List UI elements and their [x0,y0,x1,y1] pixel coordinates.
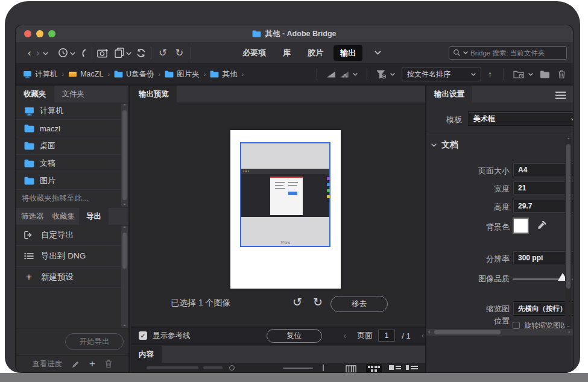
export-item-new-preset[interactable]: + 新建预设 [16,267,121,288]
document-section-header[interactable]: 文档 [431,140,458,151]
breadcrumb-other[interactable]: 其他 [210,69,237,80]
height-input[interactable]: 29.7 [513,199,573,213]
remove-button[interactable]: 移去 [330,296,388,312]
h-scrollbar-thumb[interactable] [434,330,501,334]
breadcrumb-computer[interactable]: 计算机 [23,69,58,80]
scroll-up-icon[interactable]: ⌃ [121,226,128,232]
scrollbar-thumb[interactable] [566,144,571,289]
recent-folder-icon[interactable] [513,70,524,78]
scrollbar-thumb[interactable] [122,233,127,269]
new-folder-icon[interactable] [540,70,550,78]
thumbnail-size-slider-knob[interactable] [229,365,235,371]
view-thumbnails-button[interactable] [366,364,382,372]
recent-folder-chevron-icon[interactable] [528,73,533,76]
view-list-button[interactable] [406,365,418,371]
page-number-input[interactable] [378,330,395,342]
scroll-left-icon[interactable]: ‹ [428,328,430,335]
sort-dropdown[interactable]: 按文件名排序 [402,67,481,81]
favorites-scrollbar[interactable]: ⌃ ⌄ [121,104,128,207]
search-box[interactable] [449,46,567,60]
reset-button[interactable]: 复位 [267,329,322,343]
sort-direction-icon[interactable]: ↑ [485,70,495,78]
scroll-right-icon[interactable]: › [568,328,570,335]
panel-menu-icon[interactable] [555,92,566,99]
rotate-thumbs-checkbox[interactable] [513,322,520,329]
tab-export[interactable]: 导出 [79,208,109,225]
workspace-chevron-icon[interactable] [375,51,381,55]
rotate-right-icon[interactable]: ↻ [313,295,323,309]
show-guides-checkbox[interactable]: ✓ [139,331,147,340]
add-preset-icon[interactable]: + [89,358,95,370]
favorite-item-maczl[interactable]: maczl [16,120,121,137]
breadcrumb-usb-backup[interactable]: U盘备份 [114,69,154,80]
thumbnail-quality-icon[interactable] [326,71,335,78]
export-scrollbar[interactable]: ⌃ ⌄ [121,226,128,328]
view-details-button[interactable] [389,365,401,371]
eyedropper-icon[interactable] [537,221,546,230]
resolution-input[interactable]: 300 ppi [513,251,573,265]
filter-chevron-icon[interactable] [390,73,395,76]
boomerang-icon[interactable] [80,48,87,58]
back-icon[interactable]: ‹ [25,48,34,58]
search-icon[interactable] [453,49,461,57]
bg-color-swatch[interactable] [513,218,529,234]
tab-content[interactable]: 内容 [131,346,162,363]
tab-collections[interactable]: 收藏集 [48,208,80,225]
tab-output-settings[interactable]: 输出设置 [426,86,472,102]
template-dropdown[interactable]: 美术框 [468,111,573,126]
preview-page[interactable]: 10.jpg [230,130,341,289]
workspace-tab-output[interactable]: 输出 [334,45,362,61]
nav-menu-chevron-icon[interactable] [43,52,48,55]
workspace-tab-filmstrip[interactable]: 胶片 [301,45,330,61]
favorite-item-documents[interactable]: 文稿 [16,155,121,172]
scroll-down-icon[interactable]: ⌄ [121,322,128,328]
camera-import-icon[interactable] [97,48,109,58]
favorite-item-desktop[interactable]: 桌面 [16,137,121,155]
breadcrumb-maczl[interactable]: MacZL [68,70,103,78]
scroll-up-icon[interactable]: ⌃ [121,104,128,110]
export-item-custom[interactable]: 自定导出 [16,225,121,246]
rotate-left-icon[interactable]: ↺ [292,295,302,309]
quality-chevron-icon[interactable] [353,73,358,76]
preview-image-cell[interactable]: 10.jpg [240,142,330,247]
rotate-ccw-icon[interactable]: ↺ [156,48,169,58]
export-item-dng[interactable]: 导出到 DNG [16,246,121,267]
output-scrollbar[interactable]: ⌃ ⌄ [565,137,572,329]
delete-icon[interactable] [558,70,566,79]
scroll-down-icon[interactable]: ⌄ [121,201,128,207]
prev-page-icon[interactable]: ‹ [344,331,347,340]
forward-icon[interactable]: › [34,48,42,58]
scroll-up-icon[interactable]: ⌃ [565,137,572,143]
duplicate-chevron-icon[interactable] [126,52,131,55]
duplicate-pages-icon[interactable] [115,48,124,58]
titlebar[interactable]: 其他 - Adobe Bridge [16,25,573,42]
search-scope-chevron-icon[interactable] [463,51,468,54]
rotate-thumbs-row[interactable]: 旋转缩览图以 [513,322,567,329]
tab-filter[interactable]: 筛选器 [16,208,48,225]
panel-collapse-icon[interactable]: ‹ [422,331,424,340]
tab-favorites[interactable]: 收藏夹 [16,86,54,102]
output-h-scrollbar[interactable]: ‹ › [426,329,573,336]
favorite-item-computer[interactable]: 计算机 [16,102,121,120]
scrollbar-thumb[interactable] [122,110,127,200]
rotate-cw-icon[interactable]: ↻ [173,48,186,58]
page-size-dropdown[interactable]: A4 [513,163,573,177]
favorite-item-pictures[interactable]: 图片 [16,172,121,190]
thumb-position-dropdown[interactable]: 先横向（按行） [513,301,573,316]
workspace-tab-libraries[interactable]: 库 [276,45,297,61]
view-progress-link[interactable]: 查看进度 [32,359,62,369]
recent-chevron-icon[interactable] [70,52,75,55]
tab-folders[interactable]: 文件夹 [54,86,93,102]
delete-preset-icon[interactable] [105,360,112,368]
recent-history-icon[interactable] [58,48,68,58]
filter-icon[interactable] [376,70,386,79]
edit-pencil-icon[interactable] [72,360,80,368]
tab-output-preview[interactable]: 输出预览 [131,86,177,102]
preview-quality-icon[interactable] [340,71,349,78]
width-input[interactable]: 21 [513,181,573,195]
breadcrumb-pictures-folder[interactable]: 图片夹 [165,69,200,80]
thumbnail-size-slider-track[interactable] [283,368,313,369]
start-export-button[interactable]: 开始导出 [65,333,124,350]
workspace-tab-essentials[interactable]: 必要项 [236,45,273,61]
sync-icon[interactable] [136,48,146,58]
